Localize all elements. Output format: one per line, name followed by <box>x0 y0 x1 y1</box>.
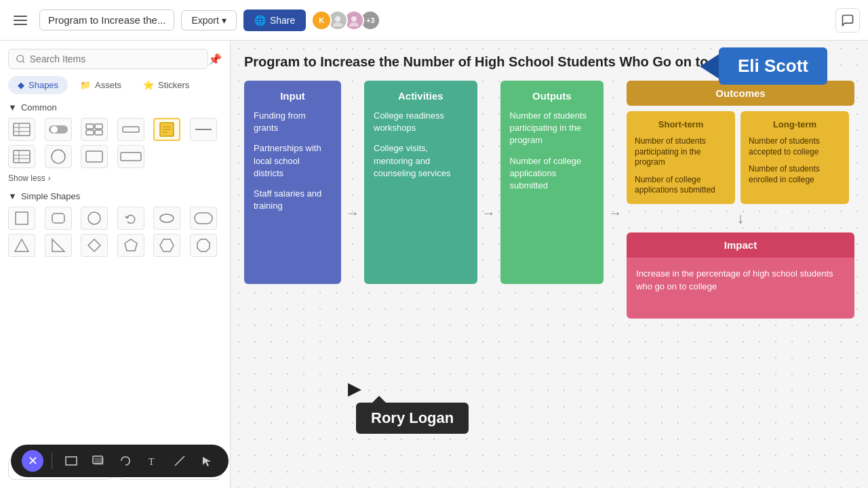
svg-text:T: T <box>149 457 155 467</box>
outputs-item-2: Number of college applications submitted <box>510 155 594 192</box>
outputs-column: Outputs Number of students participating… <box>500 81 604 284</box>
tab-assets[interactable]: 📁 Assets <box>71 76 131 94</box>
menu-button[interactable] <box>8 8 33 33</box>
avatar-k[interactable]: K <box>311 10 332 30</box>
common-section[interactable]: ▼ Common <box>8 102 222 113</box>
svg-point-29 <box>52 150 65 163</box>
tab-stickers[interactable]: ⭐ Stickers <box>134 76 199 94</box>
topbar: Program to Increase the... Export ▾ 🌐 Sh… <box>0 0 868 41</box>
chevron-down-icon: ▾ <box>222 15 226 26</box>
bottom-toolbar: ✕ T <box>11 445 229 477</box>
close-button[interactable]: ✕ <box>22 450 43 472</box>
svg-rect-15 <box>86 124 94 129</box>
svg-rect-32 <box>16 212 28 224</box>
rory-logan-tooltip: Rory Logan <box>356 403 469 434</box>
svg-point-5 <box>351 16 357 22</box>
long-term-item-1: Number of students accepted to college <box>749 136 841 157</box>
svg-point-34 <box>88 212 100 224</box>
show-less-button[interactable]: Show less › <box>8 174 222 183</box>
long-term-header: Long-term <box>749 119 841 129</box>
simple-hexagon[interactable] <box>153 234 180 257</box>
simple-rounded-rect[interactable] <box>45 207 72 230</box>
svg-rect-2 <box>14 24 27 25</box>
search-box[interactable] <box>8 49 208 69</box>
search-icon <box>16 54 26 64</box>
svg-rect-43 <box>66 457 77 465</box>
shape-yellow-note[interactable] <box>153 118 180 141</box>
impact-body: Increase in the percentage of high schoo… <box>627 258 854 319</box>
simple-right-triangle[interactable] <box>45 234 72 257</box>
simple-shapes-section[interactable]: ▼ Simple Shapes <box>8 191 222 201</box>
svg-point-35 <box>160 214 174 222</box>
svg-point-3 <box>335 16 340 22</box>
shape-rect[interactable] <box>81 145 108 168</box>
input-item-1: Funding from grants <box>254 110 332 134</box>
simple-diamond[interactable] <box>81 234 108 257</box>
avatar-group: K +3 <box>315 10 380 30</box>
simple-pentagon[interactable] <box>117 234 144 257</box>
shape-toggle[interactable] <box>45 118 72 141</box>
svg-rect-17 <box>86 130 94 135</box>
outputs-item-1: Number of students participating in the … <box>510 110 594 147</box>
svg-marker-42 <box>197 239 210 251</box>
toolbar-pointer[interactable] <box>196 450 218 472</box>
document-title[interactable]: Program to Increase the... <box>39 9 174 30</box>
long-term-column: Long-term Number of students accepted to… <box>741 111 849 204</box>
simple-square[interactable] <box>8 207 35 230</box>
down-arrow: ↓ <box>627 209 854 227</box>
assets-icon: 📁 <box>80 80 91 90</box>
share-button[interactable]: 🌐 Share <box>243 9 306 31</box>
outcomes-impact-area: Outcomes Short-term Number of students p… <box>627 81 854 319</box>
long-term-item-2: Number of students enrolled in college <box>749 164 841 185</box>
shape-table[interactable] <box>8 118 35 141</box>
simple-triangle[interactable] <box>8 234 35 257</box>
tab-shapes[interactable]: ◆ Shapes <box>8 76 68 94</box>
svg-point-7 <box>17 55 24 62</box>
left-panel: 📌 ◆ Shapes 📁 Assets ⭐ Stickers ▼ Common <box>0 41 231 488</box>
svg-point-14 <box>51 126 58 133</box>
svg-rect-16 <box>95 124 102 129</box>
input-column: Input Funding from grants Partnerships w… <box>244 81 341 284</box>
activities-item-1: College readiness workshops <box>374 110 468 134</box>
short-term-column: Short-term Number of students participat… <box>627 111 735 204</box>
search-input[interactable] <box>30 54 201 64</box>
shape-minus[interactable] <box>190 118 217 141</box>
shape-list[interactable] <box>8 145 35 168</box>
export-button[interactable]: Export ▾ <box>181 10 236 30</box>
shape-circle[interactable] <box>45 145 72 168</box>
simple-circle[interactable] <box>81 207 108 230</box>
svg-rect-36 <box>195 213 212 224</box>
arrow-2: → <box>477 81 500 319</box>
simple-undo[interactable] <box>117 207 144 230</box>
simple-ellipse[interactable] <box>153 207 180 230</box>
comment-button[interactable] <box>835 8 860 33</box>
svg-rect-0 <box>14 16 27 17</box>
toolbar-rectangle[interactable] <box>60 450 82 472</box>
shape-grid2[interactable] <box>81 118 108 141</box>
chevron-right-icon: › <box>48 174 51 183</box>
simple-stadium[interactable] <box>190 207 217 230</box>
rory-logan-area: ▶ Rory Logan <box>356 403 469 434</box>
eli-scott-arrow <box>700 54 719 79</box>
svg-marker-38 <box>52 239 64 251</box>
panel-header: 📌 <box>8 49 222 69</box>
activities-header: Activities <box>374 90 468 102</box>
impact-header: Impact <box>627 232 854 258</box>
simple-octagon[interactable] <box>190 234 217 257</box>
pin-button[interactable]: 📌 <box>208 53 222 66</box>
diagram-body: Input Funding from grants Partnerships w… <box>244 81 854 319</box>
diagram: Program to Increase the Number of High S… <box>244 54 854 319</box>
activities-item-2: College visits, mentoring and counseling… <box>374 142 468 180</box>
toolbar-line[interactable] <box>169 450 191 472</box>
toolbar-shadow-rect[interactable] <box>87 450 109 472</box>
eli-scott-label: Eli Scott <box>719 47 827 85</box>
shape-bar[interactable] <box>117 118 144 141</box>
svg-rect-25 <box>14 150 30 163</box>
short-term-item-1: Number of students participating in the … <box>635 136 727 168</box>
canvas-area[interactable]: Program to Increase the Number of High S… <box>231 41 868 488</box>
toolbar-text[interactable]: T <box>142 450 163 472</box>
activities-column: Activities College readiness workshops C… <box>364 81 477 284</box>
chevron-down-icon-2: ▼ <box>8 191 17 201</box>
toolbar-curved-rect[interactable] <box>115 450 136 472</box>
shape-wide-rect[interactable] <box>117 145 144 168</box>
